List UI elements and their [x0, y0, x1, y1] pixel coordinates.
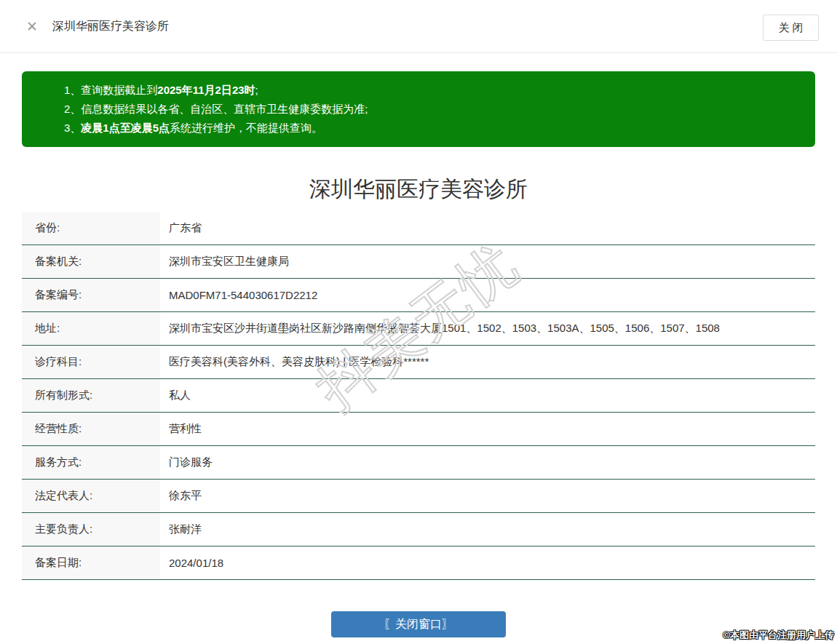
header-close-button[interactable]: 关 闭	[763, 15, 819, 41]
close-x-icon[interactable]: ✕	[26, 20, 38, 33]
row-label: 地址:	[22, 312, 160, 345]
row-value: 门诊服务	[160, 446, 815, 479]
row-label: 经营性质:	[22, 413, 160, 445]
table-row: 主要负责人:张耐洋	[22, 513, 815, 546]
row-value: MAD0FM71-544030617D2212	[160, 279, 815, 311]
row-value: 营利性	[160, 413, 815, 445]
table-row: 省份:广东省	[22, 212, 815, 245]
row-value: 深圳市宝安区卫生健康局	[160, 245, 815, 278]
row-value: 医疗美容科(美容外科、美容皮肤科) | 医学检验科******	[160, 346, 815, 378]
header-title: 深圳华丽医疗美容诊所	[52, 19, 169, 34]
row-label: 服务方式:	[22, 446, 160, 479]
row-label: 主要负责人:	[22, 513, 160, 546]
page-title: 深圳华丽医疗美容诊所	[0, 174, 837, 204]
row-value: 2024/01/18	[160, 546, 815, 579]
row-label: 备案编号:	[22, 279, 160, 311]
notice-line: 2、信息数据结果以各省、自治区、直辖市卫生健康委数据为准;	[64, 100, 801, 119]
table-row: 备案编号:MAD0FM71-544030617D2212	[22, 279, 815, 312]
header-bar: ✕ 深圳华丽医疗美容诊所 关 闭	[0, 0, 837, 53]
table-row: 备案机关:深圳市宝安区卫生健康局	[22, 245, 815, 279]
row-label: 备案日期:	[22, 546, 160, 579]
table-row: 地址:深圳市宝安区沙井街道壆岗社区新沙路南侧华盛智荟大厦1501、1502、15…	[22, 312, 815, 346]
clinic-record-page: ✕ 深圳华丽医疗美容诊所 关 闭 1、查询数据截止到2025年11月2日23时;…	[0, 0, 837, 644]
table-row: 所有制形式:私人	[22, 379, 815, 413]
table-row: 法定代表人:徐东平	[22, 480, 815, 513]
row-label: 所有制形式:	[22, 379, 160, 412]
copyright-stamp: ©本图由平台注册用户上传	[723, 629, 834, 642]
detail-table: 省份:广东省备案机关:深圳市宝安区卫生健康局备案编号:MAD0FM71-5440…	[22, 212, 815, 580]
table-row: 经营性质:营利性	[22, 413, 815, 446]
row-label: 诊疗科目:	[22, 346, 160, 378]
row-label: 法定代表人:	[22, 480, 160, 512]
row-value: 广东省	[160, 212, 815, 245]
row-label: 省份:	[22, 212, 160, 245]
row-label: 备案机关:	[22, 245, 160, 278]
row-value: 深圳市宝安区沙井街道壆岗社区新沙路南侧华盛智荟大厦1501、1502、1503、…	[160, 312, 815, 345]
table-row: 诊疗科目:医疗美容科(美容外科、美容皮肤科) | 医学检验科******	[22, 346, 815, 379]
row-value: 私人	[160, 379, 815, 412]
table-row: 服务方式:门诊服务	[22, 446, 815, 480]
notice-banner: 1、查询数据截止到2025年11月2日23时;2、信息数据结果以各省、自治区、直…	[22, 71, 815, 147]
close-window-button[interactable]: 〖关闭窗口〗	[331, 611, 506, 637]
notice-line: 3、凌晨1点至凌晨5点系统进行维护，不能提供查询。	[64, 119, 801, 138]
table-row: 备案日期:2024/01/18	[22, 546, 815, 580]
notice-line: 1、查询数据截止到2025年11月2日23时;	[64, 81, 801, 100]
row-value: 徐东平	[160, 480, 815, 512]
row-value: 张耐洋	[160, 513, 815, 546]
